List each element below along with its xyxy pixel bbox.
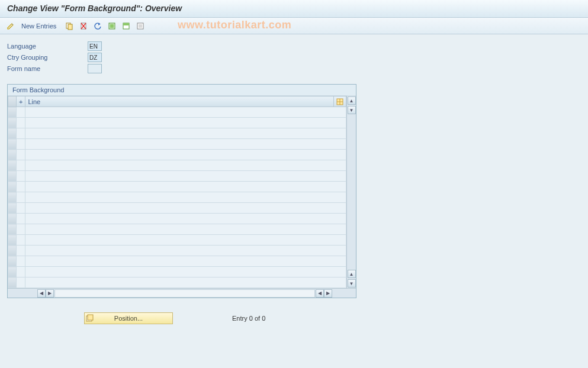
row-selector[interactable] [8,203,17,214]
plus-cell[interactable] [17,171,25,182]
line-cell[interactable] [25,224,346,235]
table-row [8,235,346,246]
vertical-scrollbar[interactable]: ▲ ▼ ▲ ▼ [346,96,356,288]
row-selector[interactable] [8,107,17,118]
plus-cell[interactable] [17,128,25,139]
table-row [8,267,346,277]
scroll-down-icon[interactable]: ▼ [348,106,356,114]
plus-cell[interactable] [17,214,25,224]
line-cell[interactable] [25,246,346,256]
line-cell[interactable] [25,182,346,192]
panel-title: Form Background [8,85,356,96]
table-row [8,192,346,203]
copy-icon[interactable] [63,20,75,32]
svg-rect-10 [139,24,142,28]
scroll-right-icon[interactable]: ▶ [46,289,54,298]
table-row [8,171,346,182]
scroll-left-end-icon[interactable]: ◀ [316,289,324,298]
table-row [8,246,346,256]
ctry-grouping-field[interactable] [88,53,102,62]
line-cell[interactable] [25,267,346,277]
language-field[interactable] [88,41,102,51]
line-cell[interactable] [25,277,346,288]
table-row [8,224,346,235]
row-selector[interactable] [8,150,17,160]
plus-cell[interactable] [17,182,25,192]
plus-cell[interactable] [17,192,25,203]
plus-column-header[interactable]: + [17,96,25,107]
plus-cell[interactable] [17,277,25,288]
row-selector[interactable] [8,182,17,192]
row-selector[interactable] [8,224,17,235]
deselect-all-icon[interactable] [134,20,146,32]
plus-cell[interactable] [17,150,25,160]
plus-cell[interactable] [17,246,25,256]
row-selector[interactable] [8,192,17,203]
plus-cell[interactable] [17,107,25,118]
line-cell[interactable] [25,150,346,160]
table-row [8,182,346,192]
plus-cell[interactable] [17,203,25,214]
table-row [8,139,346,150]
row-selector[interactable] [8,214,17,224]
form-name-field[interactable] [88,64,102,73]
line-cell[interactable] [25,118,346,128]
row-selector[interactable] [8,277,17,288]
line-cell[interactable] [25,128,346,139]
line-cell[interactable] [25,203,346,214]
new-entries-button[interactable]: New Entries [19,22,61,30]
row-selector[interactable] [8,171,17,182]
row-selector[interactable] [8,139,17,150]
undo-icon[interactable] [92,20,104,32]
line-cell[interactable] [25,171,346,182]
row-selector-header[interactable] [8,96,17,107]
select-block-icon[interactable] [120,20,132,32]
form-background-panel: Form Background + Line ▲ ▼ [7,84,356,298]
plus-cell[interactable] [17,235,25,246]
table-row [8,214,346,224]
plus-cell[interactable] [17,267,25,277]
row-selector[interactable] [8,267,17,277]
line-cell[interactable] [25,139,346,150]
line-cell[interactable] [25,160,346,171]
scroll-up-bottom-icon[interactable]: ▲ [348,270,356,278]
row-selector[interactable] [8,160,17,171]
row-selector[interactable] [8,118,17,128]
entry-count-text: Entry 0 of 0 [232,315,265,322]
table-row [8,160,346,171]
plus-cell[interactable] [17,224,25,235]
line-cell[interactable] [25,214,346,224]
select-all-icon[interactable] [106,20,118,32]
delete-icon[interactable] [78,20,89,32]
plus-cell[interactable] [17,256,25,267]
line-cell[interactable] [25,107,346,118]
scroll-left-icon[interactable]: ◀ [37,289,46,298]
configure-columns-icon[interactable] [334,96,346,107]
plus-cell[interactable] [17,118,25,128]
table-row [8,256,346,267]
line-cell[interactable] [25,192,346,203]
scroll-right-end-icon[interactable]: ▶ [324,289,332,298]
row-selector[interactable] [8,128,17,139]
table-row [8,150,346,160]
svg-rect-1 [68,24,72,30]
horizontal-scrollbar[interactable]: ◀ ▶ ◀ ▶ [8,288,356,298]
plus-cell[interactable] [17,139,25,150]
grid-table: + Line [8,96,346,288]
row-selector[interactable] [8,256,17,267]
content-area: Language Ctry Grouping Form name Form Ba… [0,34,588,331]
toolbar: New Entries www.tutorialkart.com [0,18,588,34]
svg-rect-6 [110,24,114,28]
line-cell[interactable] [25,235,346,246]
line-cell[interactable] [25,256,346,267]
scroll-up-icon[interactable]: ▲ [348,96,356,105]
position-button[interactable]: Position... [84,312,173,324]
row-selector[interactable] [8,235,17,246]
row-selector[interactable] [8,246,17,256]
ctry-grouping-label: Ctry Grouping [7,54,84,61]
plus-cell[interactable] [17,160,25,171]
scroll-down-bottom-icon[interactable]: ▼ [348,279,356,288]
line-column-header[interactable]: Line [25,96,334,107]
toggle-display-change-icon[interactable] [5,20,17,32]
position-button-label: Position... [114,315,143,322]
